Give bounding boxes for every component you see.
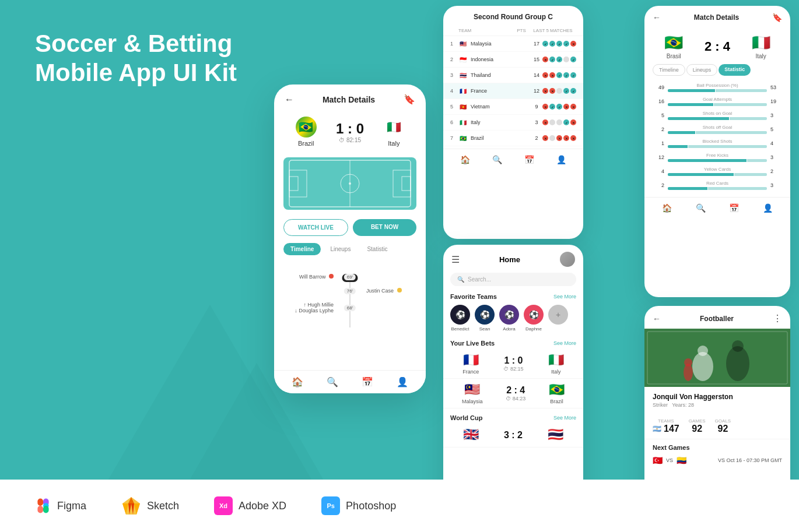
figma-label: Figma	[57, 500, 86, 512]
bottom-nav: 🏠 🔍 📅 👤	[274, 370, 426, 393]
stat-row-blocked: 1 Blocked Shots 4	[644, 136, 790, 150]
nav-search-icon[interactable]: 🔍	[327, 376, 338, 387]
home-title: Home	[460, 255, 560, 264]
nav-home-icon[interactable]: 🏠	[292, 376, 303, 387]
standings-row-highlight: 4 🇫🇷 France 12 ✕ ✕ ✓ ✓	[443, 83, 583, 99]
nav-calendar-icon3[interactable]: 📅	[729, 203, 739, 213]
phone-center: ← Match Details 🔖 🇧🇷 Brazil 1 : 0 ⏱ 82:1…	[274, 84, 426, 393]
next-games-title: Next Games	[644, 439, 790, 453]
footer-tool-photoshop: Ps Photoshop	[321, 496, 396, 515]
footballer-subtitle: Striker Years: 28	[653, 402, 782, 408]
live-bet-malaysia-brazil: 🇲🇾 Malaysia 2 : 4 ⏱ 84:23 🇧🇷 Brazil	[443, 379, 583, 408]
figma-icon	[35, 498, 51, 514]
svg-rect-6	[289, 177, 298, 191]
bet-now-button[interactable]: BET NOW	[353, 219, 416, 236]
stat-row-possession: 49 Ball Possession (%) 53	[644, 80, 790, 94]
next-game-row: 🇹🇷 VS 🇨🇴 VS Oct 16 - 07:30 PM GMT	[644, 453, 790, 467]
team-avatar-adora[interactable]: ⚽ Adora	[499, 305, 519, 332]
watch-live-button[interactable]: WATCH LIVE	[283, 219, 348, 236]
footballer-stat-games: GAMES 92	[689, 418, 706, 434]
hamburger-menu-icon[interactable]: ☰	[451, 254, 460, 265]
live-bet-france-italy: 🇫🇷 France 1 : 0 ⏱ 82:15 🇮🇹 Italy	[443, 349, 583, 379]
standings-title: Second Round Group C	[451, 13, 575, 21]
svg-point-11	[732, 340, 744, 352]
search-icon: 🔍	[457, 276, 464, 283]
svg-rect-7	[402, 177, 411, 191]
stats-tab-lineups[interactable]: Lineups	[686, 64, 718, 76]
nav-calendar-icon2[interactable]: 📅	[524, 155, 534, 164]
footer-tool-xd: Xd Adobe XD	[214, 496, 286, 515]
svg-rect-16	[37, 498, 43, 506]
xd-icon: Xd	[214, 496, 233, 515]
stats-title: Match Details	[661, 13, 772, 22]
svg-point-12	[692, 352, 713, 381]
stats-back-button[interactable]: ←	[653, 13, 661, 22]
nav-profile-icon2[interactable]: 👤	[556, 155, 566, 164]
bookmark-icon[interactable]: 🔖	[404, 94, 415, 105]
stats-card: ← Match Details 🔖 🇧🇷 Brasil 2 : 4 🇮🇹 Ita…	[644, 6, 790, 297]
tab-lineups[interactable]: Lineups	[323, 243, 358, 255]
stats-bookmark-icon[interactable]: 🔖	[772, 13, 782, 22]
nav-profile-icon3[interactable]: 👤	[763, 203, 773, 213]
team-italy: 🇮🇹 Italy	[383, 117, 404, 147]
timeline-event-3: ↑ Hugh Millie ↓ Douglas Lyphe	[286, 302, 350, 313]
search-bar[interactable]: 🔍 Search...	[450, 273, 576, 286]
footballer-stat-goals: GOALS 92	[715, 418, 731, 434]
world-cup-see-more[interactable]: See More	[553, 415, 576, 421]
stats-tab-timeline[interactable]: Timeline	[653, 64, 685, 76]
footer-bar: Figma Sketch Xd Adobe XD Ps Photoshop	[0, 480, 799, 532]
nav-profile-icon[interactable]: 👤	[397, 376, 408, 387]
timeline-event-1: Will Barrow	[286, 274, 350, 280]
live-bets-see-more[interactable]: See More	[553, 340, 576, 346]
footballer-image	[644, 329, 790, 387]
tab-statistic[interactable]: Statistic	[360, 243, 394, 255]
stats-bottom-nav: 🏠 🔍 📅 👤	[644, 197, 790, 219]
standings-row: 1 🇲🇾 Malaysia 17 ✓ ✓ ✓ ✓ ✕	[443, 36, 583, 52]
stat-row-free-kicks: 12 Free Kicks 3	[644, 150, 790, 164]
stats-tab-statistic[interactable]: Statistic	[719, 64, 751, 76]
sketch-label: Sketch	[147, 500, 179, 512]
standings-row: 5 🇻🇳 Vietnam 9 ✕ ✓ ✓ ✕ ✕	[443, 99, 583, 115]
user-avatar[interactable]	[560, 252, 575, 267]
team-avatar-more[interactable]: +	[548, 305, 568, 332]
screen-title: Match Details	[323, 95, 375, 104]
svg-point-3	[349, 182, 351, 185]
nav-home-icon3[interactable]: 🏠	[662, 203, 672, 213]
footballer-title: Footballer	[661, 315, 773, 323]
footballer-stat-teams: TEAMS 🇦🇷 147	[653, 418, 679, 434]
photoshop-label: Photoshop	[346, 500, 396, 512]
svg-point-13	[698, 346, 708, 356]
svg-rect-20	[43, 506, 49, 513]
svg-point-15	[684, 358, 692, 367]
team-avatar-sean[interactable]: ⚽ Sean	[475, 305, 495, 332]
standings-row: 6 🇮🇹 Italy 3 ✕ ✓ ✕	[443, 115, 583, 131]
team-avatar-daphne[interactable]: ⚽ Daphne	[524, 305, 544, 332]
page-title: Soccer & Betting Mobile App UI Kit	[35, 29, 237, 88]
stat-row-shots-on: 5 Shots on Goal 3	[644, 108, 790, 122]
team-avatar-benedict[interactable]: ⚽ Benedict	[450, 305, 470, 332]
svg-rect-8	[644, 329, 790, 387]
stat-row-shots-off: 2 Shots off Goal 5	[644, 122, 790, 136]
footballer-back-button[interactable]: ←	[653, 314, 661, 323]
standings-row: 7 🇧🇷 Brazil 2 ✕ ✕ ✕ ✕	[443, 131, 583, 146]
favorite-teams-title: Favorite Teams	[450, 293, 497, 300]
back-button[interactable]: ←	[285, 94, 294, 105]
favorite-teams-see-more[interactable]: See More	[553, 294, 576, 300]
live-bets-title: Your Live Bets	[450, 340, 495, 347]
nav-search-icon3[interactable]: 🔍	[696, 203, 706, 213]
live-bet-uk-thailand: 🇬🇧 3 : 2 🇹🇭	[443, 424, 583, 448]
footer-tool-figma: Figma	[35, 498, 86, 514]
sketch-icon	[121, 496, 141, 516]
nav-home-icon2[interactable]: 🏠	[460, 155, 470, 164]
nav-search-icon2[interactable]: 🔍	[492, 155, 502, 164]
footballer-name: Jonquil Von Haggerston	[653, 393, 782, 401]
svg-rect-17	[37, 506, 43, 513]
standings-bottom-nav: 🏠 🔍 📅 👤	[443, 149, 583, 170]
xd-label: Adobe XD	[239, 500, 286, 512]
footballer-more-icon[interactable]: ⋮	[773, 313, 782, 324]
tab-timeline[interactable]: Timeline	[283, 243, 321, 255]
standings-row: 3 🇹🇭 Thailand 14 ✕ ✕ ✓ ✓ ✓	[443, 68, 583, 83]
footer-tool-sketch: Sketch	[121, 496, 179, 516]
nav-calendar-icon[interactable]: 📅	[362, 376, 373, 387]
ps-icon: Ps	[321, 496, 340, 515]
